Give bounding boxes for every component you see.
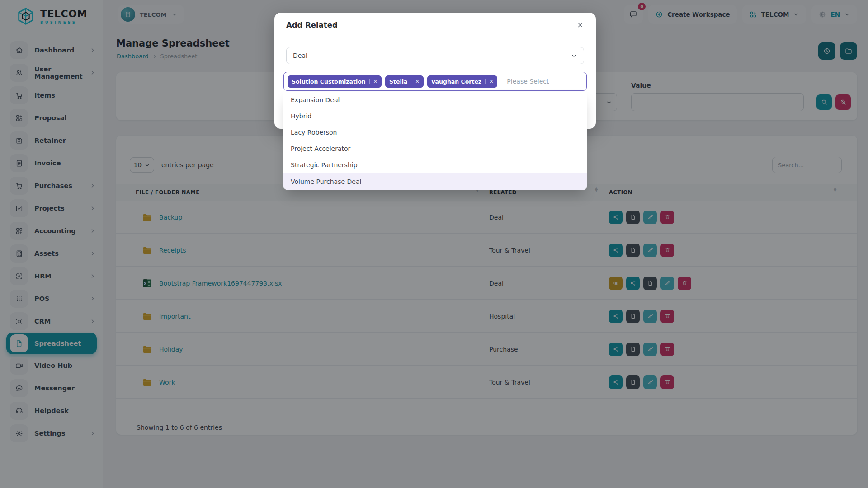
dropdown-option-lacy-roberson[interactable]: Lacy Roberson (283, 124, 587, 141)
selected-tag: Solution Customization✕ (288, 75, 382, 88)
close-icon[interactable] (576, 21, 584, 29)
multiselect-options-dropdown: Expansion DealHybridLacy RobersonProject… (283, 92, 587, 190)
selected-tag: Stella✕ (385, 75, 424, 88)
text-cursor (503, 78, 503, 85)
dropdown-option-expansion-deal[interactable]: Expansion Deal (283, 92, 587, 108)
remove-tag-icon[interactable]: ✕ (411, 79, 419, 84)
modal-title: Add Related (286, 21, 338, 29)
dropdown-option-project-accelerator[interactable]: Project Accelerator (283, 141, 587, 157)
chevron-down-icon (571, 52, 577, 59)
modal-header: Add Related (274, 13, 596, 38)
related-type-select[interactable]: Deal (286, 47, 584, 64)
tag-label: Solution Customization (292, 78, 366, 85)
dropdown-option-hybrid[interactable]: Hybrid (283, 108, 587, 124)
dropdown-option-volume-purchase-deal[interactable]: Volume Purchase Deal (283, 173, 587, 190)
selected-tag: Vaughan Cortez✕ (427, 75, 498, 88)
dropdown-option-strategic-partnership[interactable]: Strategic Partnership (283, 157, 587, 173)
remove-tag-icon[interactable]: ✕ (369, 79, 377, 84)
tag-label: Vaughan Cortez (431, 78, 482, 85)
multiselect-placeholder: Please Select (507, 78, 549, 85)
remove-tag-icon[interactable]: ✕ (485, 79, 493, 84)
tag-label: Stella (389, 78, 407, 85)
related-multiselect-input[interactable]: Solution Customization✕Stella✕Vaughan Co… (283, 72, 587, 91)
related-type-value: Deal (293, 52, 307, 59)
